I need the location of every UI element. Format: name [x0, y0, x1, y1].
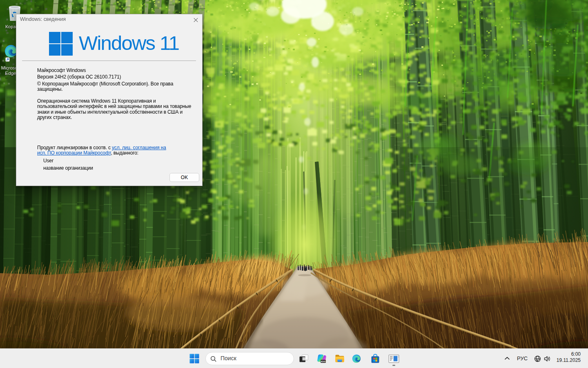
svg-text:M365: M365 — [321, 361, 326, 363]
